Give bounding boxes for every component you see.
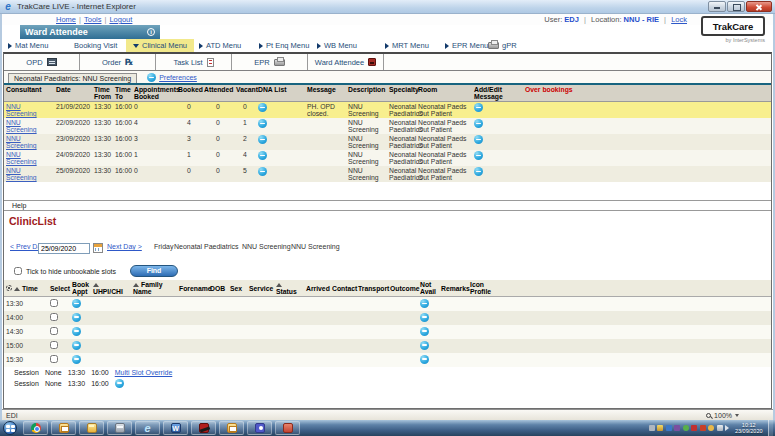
column-header-uhpi-chi[interactable]: UHPI/CHI xyxy=(91,280,131,297)
book-appt-icon[interactable] xyxy=(72,313,81,322)
column-header-status[interactable]: Status xyxy=(274,280,304,297)
taskbar-button-explorer[interactable] xyxy=(79,421,104,435)
menu-item-clinical-menu[interactable]: Clinical Menu xyxy=(126,39,194,52)
multi-slot-override-link[interactable]: Multi Slot Override xyxy=(115,369,173,376)
filter-row: Tick to hide unbookable slots Find xyxy=(4,264,771,278)
taskbar-button-outlook[interactable] xyxy=(51,421,76,435)
book-appt-icon[interactable] xyxy=(72,299,81,308)
toolbar-item-order[interactable]: Order xyxy=(80,54,156,70)
toolbar-item-task-list[interactable]: Task List xyxy=(156,54,232,70)
taskbar-button-ie[interactable] xyxy=(135,421,160,435)
menu-item-mrt-menu[interactable]: MRT Menu xyxy=(385,39,429,52)
weekday-label: Friday xyxy=(154,243,173,250)
appointments-booked-cell: 3 xyxy=(132,134,176,150)
purple-app-icon[interactable] xyxy=(674,425,680,431)
preferences-link[interactable]: Preferences xyxy=(159,74,197,81)
add-edit-message-icon[interactable] xyxy=(474,167,483,176)
help-bar[interactable]: Help xyxy=(4,200,771,211)
menu-item-mat-menu[interactable]: Mat Menu xyxy=(8,39,48,52)
consultant-link[interactable]: NNU Screening xyxy=(6,167,37,181)
dna-list-icon[interactable] xyxy=(258,135,267,144)
hide-unbookable-checkbox[interactable] xyxy=(14,267,22,275)
lock-link[interactable]: Lock xyxy=(671,15,687,24)
slot-select-checkbox[interactable] xyxy=(50,355,58,363)
outlook-icon xyxy=(59,423,69,433)
close-button[interactable] xyxy=(746,1,772,12)
consultant-link[interactable]: NNU Screening xyxy=(6,119,37,133)
taskbar-button-powerpoint[interactable] xyxy=(275,421,300,435)
add-edit-message-icon[interactable] xyxy=(474,119,483,128)
calendar-icon[interactable] xyxy=(93,243,103,253)
nav-link-tools[interactable]: Tools xyxy=(84,15,102,24)
taskbar-clock[interactable]: 10:12 23/09/2020 xyxy=(735,422,763,434)
add-edit-message-icon[interactable] xyxy=(474,135,483,144)
menu-item-booking-visit[interactable]: Booking Visit xyxy=(74,39,117,52)
menu-item-atd-menu[interactable]: ATD Menu xyxy=(199,39,241,52)
info-icon[interactable] xyxy=(147,28,155,36)
taskbar-button-word[interactable] xyxy=(163,421,188,435)
menu-item-gpr[interactable]: gPR xyxy=(488,39,517,52)
zoom-control[interactable]: 100% xyxy=(706,412,739,419)
show-desktop-button[interactable] xyxy=(768,420,773,436)
session-icon[interactable] xyxy=(115,379,124,388)
book-appt-icon[interactable] xyxy=(72,327,81,336)
menu-item-pt-enq-menu[interactable]: Pt Enq Menu xyxy=(259,39,309,52)
book-appt-icon[interactable] xyxy=(72,355,81,364)
volume-icon[interactable] xyxy=(725,425,729,431)
slot-select-checkbox[interactable] xyxy=(50,299,58,307)
book-appt-icon[interactable] xyxy=(72,341,81,350)
add-edit-message-icon[interactable] xyxy=(474,151,483,160)
add-edit-message-icon[interactable] xyxy=(474,103,483,112)
preferences-icon[interactable] xyxy=(147,73,156,82)
taskbar-button-teams[interactable] xyxy=(247,421,272,435)
dna-list-icon[interactable] xyxy=(258,167,267,176)
nav-link-logout[interactable]: Logout xyxy=(109,15,132,24)
nav-link-home[interactable]: Home xyxy=(56,15,76,24)
dna-list-icon[interactable] xyxy=(258,119,267,128)
red-arrow-app-icon[interactable] xyxy=(700,425,706,431)
shield-icon[interactable] xyxy=(657,425,663,431)
consultant-link[interactable]: NNU Screening xyxy=(6,103,37,117)
next-day-link[interactable]: Next Day > xyxy=(107,243,142,250)
blue-app-icon[interactable] xyxy=(666,425,672,431)
consultant-link[interactable]: NNU Screening xyxy=(6,151,37,165)
not-avail-icon[interactable] xyxy=(420,299,429,308)
column-header-time[interactable]: Time xyxy=(4,280,48,297)
network-icon[interactable] xyxy=(717,425,723,431)
not-avail-icon[interactable] xyxy=(420,313,429,322)
empty-cell xyxy=(131,311,177,325)
toolbar-item-opd[interactable]: OPD xyxy=(4,54,80,70)
taskbar-button-outlook2[interactable] xyxy=(219,421,244,435)
dna-list-icon[interactable] xyxy=(258,151,267,160)
taskbar-button-calculator[interactable] xyxy=(107,421,132,435)
hidden-icons-icon[interactable] xyxy=(649,425,655,431)
gear-icon[interactable] xyxy=(6,285,12,291)
toolbar-item-ward-attendee[interactable]: Ward Attendee xyxy=(308,54,384,70)
taskbar-button-chrome[interactable] xyxy=(23,421,48,435)
maximize-button[interactable] xyxy=(727,1,745,12)
table-header-row: TimeSelectBook ApptUHPI/CHIFamily NameFo… xyxy=(4,280,771,297)
slot-select-checkbox[interactable] xyxy=(50,327,58,335)
minimize-button[interactable] xyxy=(708,1,726,12)
slot-select-checkbox[interactable] xyxy=(50,313,58,321)
slot-select-checkbox[interactable] xyxy=(50,341,58,349)
add-edit-message-cell xyxy=(472,118,523,134)
toolbar-item-epr[interactable]: EPR xyxy=(232,54,308,70)
not-avail-icon[interactable] xyxy=(420,341,429,350)
menu-item-epr-menu[interactable]: EPR Menu xyxy=(445,39,488,52)
column-header-family-name[interactable]: Family Name xyxy=(131,280,177,297)
find-button[interactable]: Find xyxy=(130,265,178,277)
taskbar-button-app-red[interactable] xyxy=(191,421,216,435)
column-header-service: Service xyxy=(247,280,274,297)
menu-item-wb-menu[interactable]: WB Menu xyxy=(317,39,357,52)
green-app-icon[interactable] xyxy=(683,425,689,431)
clinic-tab[interactable]: Neonatal Paediatrics: NNU Screening xyxy=(8,73,137,83)
date-input[interactable] xyxy=(38,243,90,254)
not-avail-icon[interactable] xyxy=(420,355,429,364)
red-app-icon[interactable] xyxy=(691,425,697,431)
yellow-app-icon[interactable] xyxy=(708,425,714,431)
not-avail-icon[interactable] xyxy=(420,327,429,336)
consultant-link[interactable]: NNU Screening xyxy=(6,135,37,149)
dna-list-icon[interactable] xyxy=(258,103,267,112)
start-button[interactable] xyxy=(3,421,17,435)
